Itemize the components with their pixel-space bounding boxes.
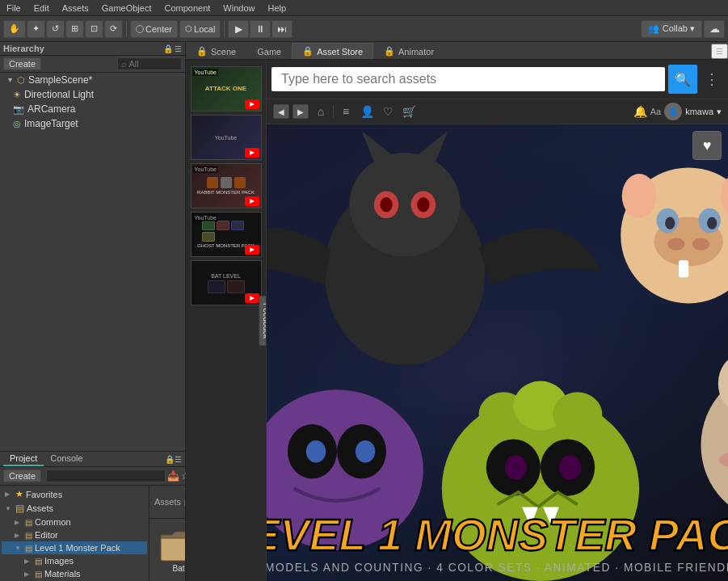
nav-home-btn[interactable]: ⌂ bbox=[312, 103, 330, 120]
breadcrumb-assets[interactable]: Assets bbox=[154, 497, 181, 507]
nav-sep bbox=[333, 105, 334, 118]
file-tree: ▶ ★ Favorites ▼ ▤ Assets ▶ ▤ Common bbox=[0, 486, 149, 581]
feedback-tab[interactable]: Feedback bbox=[259, 296, 267, 346]
collab-btn[interactable]: 👥 Collab ▾ bbox=[641, 20, 702, 38]
menu-gameobject[interactable]: GameObject bbox=[95, 2, 158, 15]
images-expand-icon: ▶ bbox=[24, 558, 32, 565]
nav-account-btn[interactable]: 👤 bbox=[358, 103, 376, 120]
project-menu-btn[interactable]: ☰ bbox=[175, 455, 182, 464]
menu-help[interactable]: Help bbox=[261, 2, 292, 15]
menu-assets[interactable]: Assets bbox=[56, 2, 95, 15]
right-panel: 🔒 Scene Game 🔒 Asset Store 🔒 Animator ☰ … bbox=[186, 42, 728, 581]
asset-search-more-btn[interactable]: ⋮ bbox=[701, 68, 723, 91]
hierarchy-create-btn[interactable]: Create bbox=[3, 57, 41, 70]
nav-back-btn[interactable]: ◀ bbox=[273, 104, 289, 119]
collab-icon: 👥 bbox=[648, 23, 659, 34]
hierarchy-item-imagetarget[interactable]: ◎ ImageTarget bbox=[0, 116, 185, 131]
hierarchy-lock-btn[interactable]: 🔒 bbox=[163, 44, 173, 53]
asset-search-btn[interactable]: 🔍 bbox=[668, 65, 697, 94]
tab-game[interactable]: Game bbox=[246, 43, 292, 59]
rotate-tool-btn[interactable]: ↺ bbox=[46, 20, 65, 38]
project-lock-btn[interactable]: 🔒 bbox=[165, 455, 175, 464]
scale-tool-btn[interactable]: ⊞ bbox=[65, 20, 84, 38]
asset-thumb-3[interactable]: RABBIT MONSTER PACK YouTube bbox=[191, 163, 262, 208]
asset-thumb-5[interactable]: BAT LEVEL bbox=[191, 260, 262, 305]
tree-favorites[interactable]: ▶ ★ Favorites bbox=[2, 487, 147, 501]
main-layout: Hierarchy 🔒 ☰ Create ▼ ⬡ SampleScene* ☀ bbox=[0, 42, 728, 581]
menu-file[interactable]: File bbox=[0, 2, 27, 15]
rect-tool-btn[interactable]: ⊡ bbox=[85, 20, 103, 38]
wishlist-heart-btn[interactable]: ♥ bbox=[692, 131, 722, 160]
svg-point-10 bbox=[380, 197, 392, 212]
svg-point-20 bbox=[622, 174, 657, 218]
nav-forward-btn[interactable]: ▶ bbox=[292, 104, 309, 119]
tab-console[interactable]: Console bbox=[44, 452, 89, 466]
folder-bat[interactable]: Bat bbox=[156, 525, 185, 576]
hierarchy-tree: ▼ ⬡ SampleScene* ☀ Directional Light 📷 A… bbox=[0, 73, 185, 451]
asset-thumb-1[interactable]: ATTACK ONE YouTube bbox=[191, 66, 262, 112]
file-browser: ▶ ★ Favorites ▼ ▤ Assets ▶ ▤ Common bbox=[0, 486, 185, 581]
tree-images[interactable]: ▶ ▤ Images bbox=[2, 554, 147, 567]
menu-component[interactable]: Component bbox=[158, 2, 217, 15]
editor-folder-icon: ▤ bbox=[25, 531, 32, 540]
menu-edit[interactable]: Edit bbox=[27, 2, 56, 15]
common-expand-icon: ▶ bbox=[15, 519, 23, 526]
hierarchy-header: Hierarchy 🔒 ☰ bbox=[0, 42, 185, 56]
images-folder-icon: ▤ bbox=[35, 557, 42, 566]
pause-btn[interactable]: ⏸ bbox=[250, 20, 271, 38]
notification-btn[interactable]: 🔔 bbox=[633, 105, 647, 118]
file-icons-container: Bat Ghost bbox=[149, 519, 185, 581]
hierarchy-scene-root[interactable]: ▼ ⬡ SampleScene* bbox=[0, 73, 185, 87]
hierarchy-search-input[interactable] bbox=[117, 57, 182, 70]
svg-point-26 bbox=[306, 440, 326, 462]
pivot-center-btn[interactable]: Center bbox=[130, 20, 178, 38]
project-tabs-bar: Project Console 🔒 ☰ bbox=[0, 452, 185, 467]
transform-tool-btn[interactable]: ⟳ bbox=[104, 20, 123, 38]
monster-scene-svg: LEVEL 1 MONSTER PACK 4 MODELS AND COUNTI… bbox=[267, 124, 728, 581]
project-search-input[interactable] bbox=[46, 469, 166, 482]
common-label: Common bbox=[35, 517, 71, 527]
asset-store-tab-label: Asset Store bbox=[317, 47, 363, 57]
asset-preview: LEVEL 1 MONSTER PACK 4 MODELS AND COUNTI… bbox=[267, 124, 728, 581]
tab-menu-btn[interactable]: ☰ bbox=[711, 44, 728, 59]
imagetarget-label: ImageTarget bbox=[24, 118, 78, 129]
pivot-local-btn[interactable]: ⬡ Local bbox=[179, 20, 221, 38]
hierarchy-toolbar: Create bbox=[0, 56, 185, 73]
tree-materials[interactable]: ▶ ▤ Materials bbox=[2, 567, 147, 580]
tree-common[interactable]: ▶ ▤ Common bbox=[2, 516, 147, 528]
project-toolbar: Create 📥 ☆ ⊞ bbox=[0, 467, 185, 486]
svg-text:4 MODELS AND COUNTING  ·  4 CO: 4 MODELS AND COUNTING · 4 COLOR SETS · A… bbox=[267, 562, 728, 574]
asset-search-input[interactable] bbox=[271, 67, 665, 91]
tree-editor[interactable]: ▶ ▤ Editor bbox=[2, 528, 147, 541]
user-profile-btn[interactable]: 👤 kmawa ▾ bbox=[664, 103, 722, 120]
project-create-btn[interactable]: Create bbox=[3, 469, 41, 482]
cloud-btn[interactable]: ☁ bbox=[704, 20, 725, 38]
step-btn[interactable]: ⏭ bbox=[271, 20, 292, 38]
tree-assets[interactable]: ▼ ▤ Assets bbox=[2, 501, 147, 516]
hierarchy-menu-btn[interactable]: ☰ bbox=[175, 44, 182, 53]
editor-expand-icon: ▶ bbox=[15, 532, 23, 539]
nav-wishlist-btn[interactable]: ♡ bbox=[379, 103, 397, 120]
scene-expand-icon: ▼ bbox=[6, 76, 14, 84]
tab-scene[interactable]: 🔒 Scene bbox=[186, 43, 246, 59]
nav-cart-btn[interactable]: 🛒 bbox=[400, 103, 418, 120]
nav-list-btn[interactable]: ≡ bbox=[337, 103, 355, 120]
asset-store-tab-lock: 🔒 bbox=[302, 46, 314, 57]
language-btn[interactable]: Aa bbox=[650, 107, 661, 116]
move-tool-btn[interactable]: ✦ bbox=[27, 20, 45, 38]
tree-level1-monster-pack[interactable]: ▼ ▤ Level 1 Monster Pack bbox=[2, 541, 147, 554]
common-folder-icon: ▤ bbox=[25, 518, 32, 527]
tab-project[interactable]: Project bbox=[3, 452, 44, 466]
asset-thumb-2[interactable]: YouTube bbox=[191, 115, 262, 160]
editor-label: Editor bbox=[35, 530, 58, 540]
hierarchy-item-directional-light[interactable]: ☀ Directional Light bbox=[0, 87, 185, 102]
hierarchy-item-arcamera[interactable]: 📷 ARCamera bbox=[0, 102, 185, 116]
tab-asset-store[interactable]: 🔒 Asset Store bbox=[292, 43, 373, 59]
play-btn[interactable]: ▶ bbox=[228, 20, 249, 38]
hand-tool-btn[interactable]: ✋ bbox=[3, 20, 26, 38]
breadcrumb-sep1: ▶ bbox=[184, 497, 185, 507]
menu-window[interactable]: Window bbox=[217, 2, 261, 15]
asset-thumb-4[interactable]: GHOST MONSTER PACK YouTube bbox=[191, 212, 262, 257]
save-to-packages-btn[interactable]: 📥 bbox=[167, 469, 179, 483]
tab-animator[interactable]: 🔒 Animator bbox=[373, 43, 444, 59]
